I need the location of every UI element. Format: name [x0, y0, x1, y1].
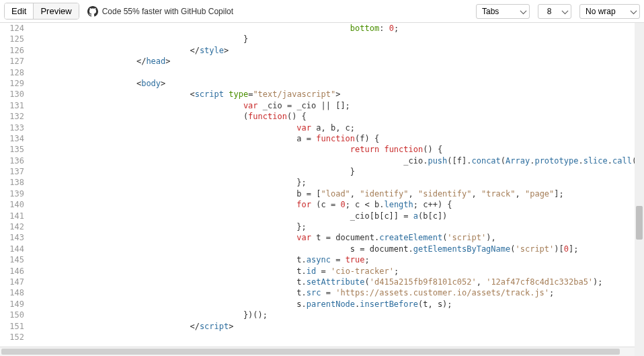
line-number: 133	[0, 122, 24, 133]
line-number: 148	[0, 287, 24, 298]
line-number: 151	[0, 321, 24, 332]
line-number: 139	[0, 188, 24, 199]
line-number: 124	[0, 23, 24, 34]
code-line[interactable]: <body>	[30, 78, 644, 89]
view-mode-group: Edit Preview	[4, 3, 79, 20]
code-line[interactable]: t.id = 'cio-tracker';	[30, 266, 644, 277]
copilot-icon	[87, 6, 98, 17]
code-line[interactable]: t.src = 'https://assets.customer.io/asse…	[30, 287, 644, 298]
line-number: 146	[0, 266, 24, 277]
line-number: 143	[0, 232, 24, 243]
code-line[interactable]: var t = document.createElement('script')…	[30, 232, 644, 243]
line-number: 134	[0, 133, 24, 144]
line-number: 125	[0, 34, 24, 44]
code-line[interactable]: for (c = 0; c < b.length; c++) {	[30, 199, 644, 210]
code-line[interactable]: };	[30, 221, 644, 232]
line-number: 130	[0, 89, 24, 100]
line-number: 147	[0, 277, 24, 287]
code-line[interactable]: (function() {	[30, 111, 644, 122]
code-line[interactable]: </style>	[30, 45, 644, 56]
code-line[interactable]: <script type="text/javascript">	[30, 89, 644, 100]
vertical-scrollbar-thumb[interactable]	[636, 206, 643, 240]
code-line[interactable]: }	[30, 34, 644, 44]
line-number: 142	[0, 221, 24, 232]
code-line[interactable]: _cio.push([f].concat(Array.prototype.sli…	[30, 155, 644, 166]
line-number: 136	[0, 155, 24, 166]
toolbar: Edit Preview Code 55% faster with GitHub…	[0, 0, 644, 23]
line-number: 132	[0, 111, 24, 122]
line-number: 141	[0, 211, 24, 221]
preview-button[interactable]: Preview	[34, 3, 78, 19]
line-number: 135	[0, 144, 24, 155]
code-line[interactable]: };	[30, 177, 644, 188]
code-line[interactable]: })();	[30, 310, 644, 320]
code-content[interactable]: bottom: 0; } </style> </head> <body> <sc…	[30, 23, 644, 343]
line-number: 126	[0, 45, 24, 56]
code-line[interactable]: bottom: 0;	[30, 23, 644, 34]
code-line[interactable]	[30, 67, 644, 78]
line-number: 128	[0, 67, 24, 78]
code-line[interactable]: var a, b, c;	[30, 122, 644, 133]
line-number: 129	[0, 78, 24, 89]
line-number-gutter: 1241251261271281291301311321331341351361…	[0, 23, 30, 343]
vertical-scrollbar[interactable]	[635, 23, 644, 347]
code-line[interactable]: }	[30, 166, 644, 177]
code-line[interactable]: </head>	[30, 56, 644, 67]
code-editor[interactable]: 1241251261271281291301311321331341351361…	[0, 23, 644, 347]
code-line[interactable]: t.setAttribute('d415a215fb9f8101c052', '…	[30, 277, 644, 287]
line-number: 152	[0, 332, 24, 343]
code-line[interactable]: s.parentNode.insertBefore(t, s);	[30, 299, 644, 310]
code-line[interactable]: a = function(f) {	[30, 133, 644, 144]
line-number: 145	[0, 254, 24, 265]
line-number: 137	[0, 166, 24, 177]
code-line[interactable]: </script>	[30, 321, 644, 332]
code-line[interactable]: b = ["load", "identify", "sidentify", "t…	[30, 188, 644, 199]
edit-button[interactable]: Edit	[5, 3, 34, 19]
code-line[interactable]: _cio[b[c]] = a(b[c])	[30, 211, 644, 221]
line-number: 149	[0, 299, 24, 310]
code-line[interactable]: s = document.getElementsByTagName('scrip…	[30, 244, 644, 254]
indent-size-select[interactable]: 8	[538, 4, 571, 19]
copilot-promo[interactable]: Code 55% faster with GitHub Copilot	[87, 6, 233, 17]
line-number: 144	[0, 244, 24, 254]
wrap-mode-select[interactable]: No wrap	[579, 4, 640, 19]
indent-mode-select[interactable]: Tabs	[476, 4, 530, 19]
code-line[interactable]: var _cio = _cio || [];	[30, 100, 644, 111]
code-line[interactable]: t.async = true;	[30, 254, 644, 265]
line-number: 140	[0, 199, 24, 210]
code-line[interactable]	[30, 332, 644, 343]
line-number: 138	[0, 177, 24, 188]
line-number: 127	[0, 56, 24, 67]
code-line[interactable]: return function() {	[30, 144, 644, 155]
line-number: 150	[0, 310, 24, 320]
line-number: 131	[0, 100, 24, 111]
copilot-text: Code 55% faster with GitHub Copilot	[102, 7, 233, 16]
